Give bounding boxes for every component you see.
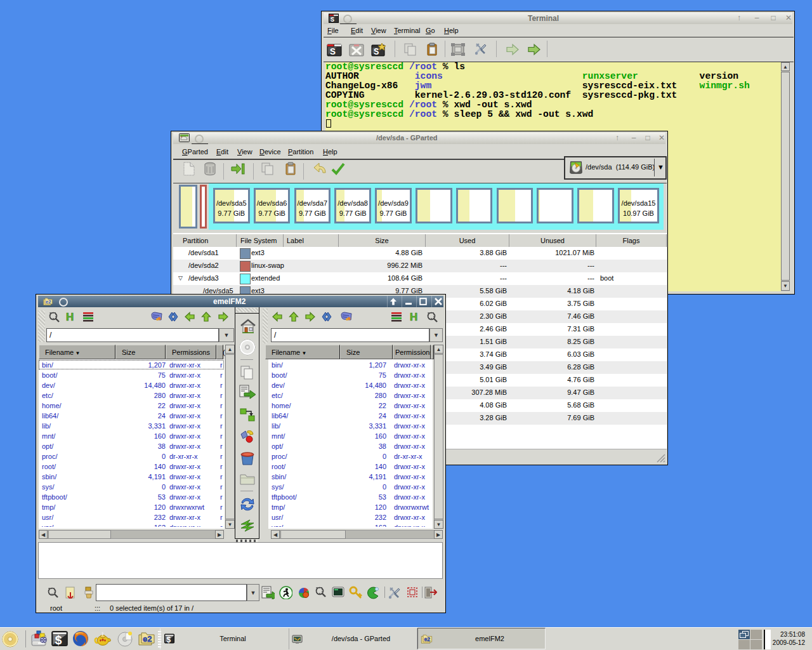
svg-text:e2: e2 [143, 634, 152, 644]
svg-text:S: S [331, 17, 334, 23]
svg-text:e2: e2 [424, 636, 430, 642]
svg-text:$: $ [166, 636, 171, 645]
svg-text:S: S [330, 47, 336, 57]
svg-text:H: H [66, 311, 74, 323]
svg-text:$: $ [55, 634, 62, 647]
svg-text:H: H [410, 311, 417, 323]
svg-text:e2: e2 [46, 299, 51, 305]
svg-text:S: S [374, 47, 379, 57]
